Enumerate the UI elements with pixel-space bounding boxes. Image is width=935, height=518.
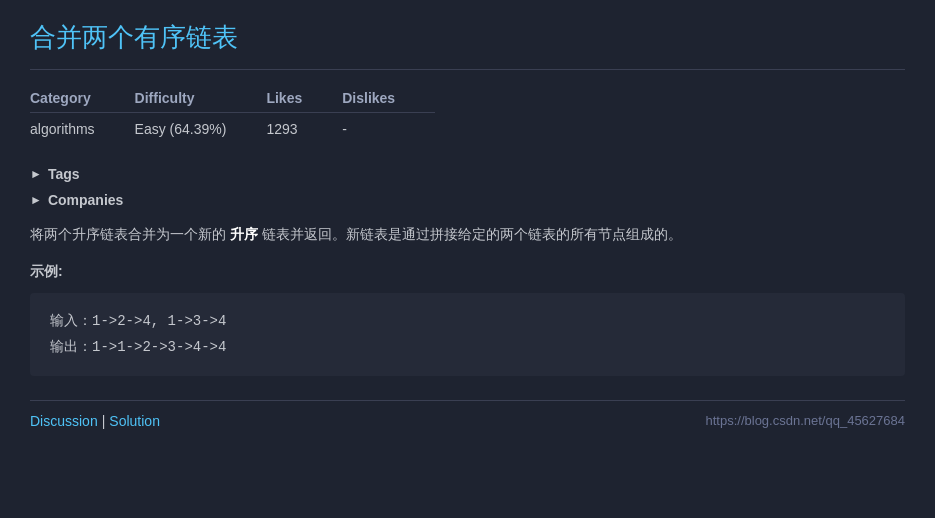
example-output-line: 输出：1->1->2->3->4->4: [50, 335, 885, 360]
col-header-likes: Likes: [266, 84, 342, 113]
cell-category: algorithms: [30, 113, 135, 142]
col-header-dislikes: Dislikes: [342, 84, 435, 113]
discussion-link[interactable]: Discussion: [30, 413, 98, 429]
example-label: 示例:: [30, 263, 905, 281]
output-value: 1->1->2->3->4->4: [92, 339, 226, 355]
footer: Discussion | Solution https://blog.csdn.…: [30, 401, 905, 429]
description-after: 链表并返回。新链表是通过拼接给定的两个链表的所有节点组成的。: [258, 226, 682, 242]
metadata-table: Category Difficulty Likes Dislikes algor…: [30, 84, 435, 141]
solution-link[interactable]: Solution: [109, 413, 160, 429]
companies-arrow-icon: ►: [30, 193, 42, 207]
page-container: 合并两个有序链表 Category Difficulty Likes Disli…: [0, 0, 935, 518]
footer-url: https://blog.csdn.net/qq_45627684: [706, 413, 906, 428]
page-title: 合并两个有序链表: [30, 20, 905, 55]
cell-likes: 1293: [266, 113, 342, 142]
input-value: 1->2->4, 1->3->4: [92, 313, 226, 329]
example-code-block: 输入：1->2->4, 1->3->4 输出：1->1->2->3->4->4: [30, 293, 905, 375]
col-header-category: Category: [30, 84, 135, 113]
cell-dislikes: -: [342, 113, 435, 142]
companies-label: Companies: [48, 192, 123, 208]
problem-description: 将两个升序链表合并为一个新的 升序 链表并返回。新链表是通过拼接给定的两个链表的…: [30, 223, 905, 245]
title-divider: [30, 69, 905, 70]
cell-difficulty: Easy (64.39%): [135, 113, 267, 142]
description-before: 将两个升序链表合并为一个新的: [30, 226, 230, 242]
tags-arrow-icon: ►: [30, 167, 42, 181]
companies-collapsible[interactable]: ► Companies: [30, 192, 905, 208]
tags-label: Tags: [48, 166, 80, 182]
metadata-table-section: Category Difficulty Likes Dislikes algor…: [30, 84, 905, 151]
example-input-line: 输入：1->2->4, 1->3->4: [50, 309, 885, 334]
col-header-difficulty: Difficulty: [135, 84, 267, 113]
table-row: algorithms Easy (64.39%) 1293 -: [30, 113, 435, 142]
tags-collapsible[interactable]: ► Tags: [30, 166, 905, 182]
output-label: 输出：: [50, 339, 92, 355]
footer-links: Discussion | Solution: [30, 413, 160, 429]
input-label: 输入：: [50, 313, 92, 329]
description-highlight: 升序: [230, 226, 258, 242]
link-separator: |: [102, 413, 106, 429]
